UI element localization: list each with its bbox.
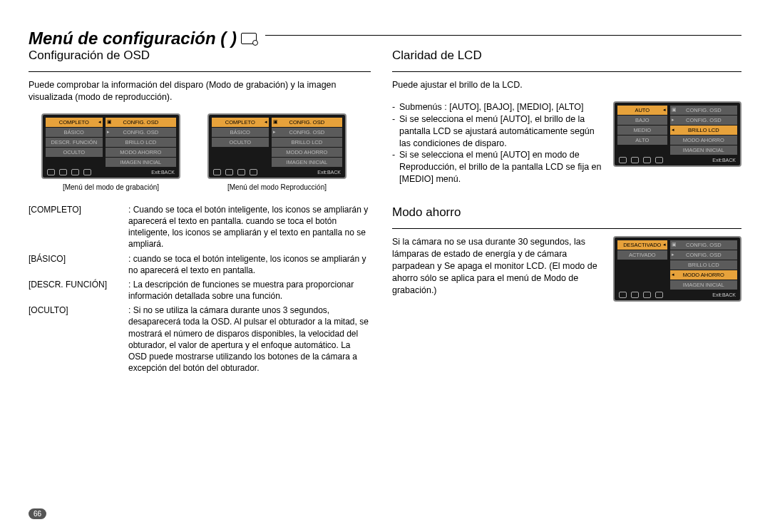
section-heading-powersave: Modo ahorro	[392, 205, 741, 221]
footer-icon	[631, 157, 639, 163]
menu-item: BÁSICO	[212, 128, 269, 137]
menu-exit: Exit:BACK	[712, 292, 736, 297]
menu-item: ▸CONFIG. OSD	[670, 250, 737, 260]
menu-item: ALTO	[617, 135, 667, 145]
powersave-body: Si la cámara no se usa durante 30 segund…	[392, 236, 603, 296]
menu-item: ▣CONFIG. OSD	[106, 118, 176, 127]
camera-menu-recording: COMPLETO◂ BÁSICO DESCR. FUNCIÓN OCULTO ▣…	[41, 113, 180, 191]
column-left: Configuración de OSD Puede comprobar la …	[29, 48, 371, 377]
title-rule	[265, 35, 741, 36]
section-heading-osd: Configuración de OSD	[29, 48, 371, 64]
menu-item: ▸CONFIG. OSD	[106, 128, 176, 137]
menu-item: COMPLETO◂	[46, 118, 103, 127]
desc-term: [COMPLETO]	[29, 204, 128, 250]
settings-icon	[241, 33, 257, 44]
menu-item: ◂MODO AHORRO	[670, 270, 737, 280]
desc-term: [OCULTO]	[29, 305, 128, 374]
desc-body: : Si no se utiliza la cámara durante uno…	[128, 305, 371, 374]
lcd-intro: Puede ajustar el brillo de la LCD.	[392, 79, 741, 91]
menu-item: MODO AHORRO	[106, 148, 176, 157]
menu-item: ▣CONFIG. OSD	[272, 118, 342, 127]
menu-item: IMAGEN INICIAL	[106, 158, 176, 167]
menu-item: OCULTO	[212, 138, 269, 147]
footer-icon	[643, 157, 651, 163]
section-rule	[392, 71, 741, 72]
menu-item: OCULTO	[46, 148, 103, 157]
page-number: 66	[29, 508, 46, 519]
camera-menu-powersave: DESACTIVADO◂ ACTIVADO ▣CONFIG. OSD ▸CONF…	[613, 236, 741, 302]
desc-term: [DESCR. FUNCIÓN]	[29, 279, 128, 302]
menu-item: BAJO	[617, 116, 667, 125]
desc-term: [BÁSICO]	[29, 253, 128, 276]
menu-item: IMAGEN INICIAL	[670, 145, 737, 155]
footer-icon	[237, 169, 245, 175]
menu-caption: [Menú del modo Reproducción]	[227, 183, 327, 191]
footer-icon	[631, 292, 639, 298]
menu-exit: Exit:BACK	[151, 170, 175, 175]
menu-exit: Exit:BACK	[712, 158, 736, 163]
footer-icon	[83, 169, 91, 175]
footer-icon	[47, 169, 55, 175]
footer-icon	[655, 292, 663, 298]
description-list: [COMPLETO] : Cuando se toca el botón int…	[29, 204, 371, 374]
menu-item: IMAGEN INICIAL	[272, 158, 342, 167]
menu-item: MODO AHORRO	[670, 135, 737, 145]
menu-item: ▸CONFIG. OSD	[670, 116, 737, 125]
section-heading-lcd: Claridad de LCD	[392, 48, 741, 64]
menu-item: ▣CONFIG. OSD	[670, 240, 737, 250]
lcd-bullets: -Submenús : [AUTO], [BAJO], [MEDIO], [AL…	[392, 101, 603, 185]
footer-icon	[619, 292, 627, 298]
section-rule	[392, 228, 741, 229]
page-title-text: Menú de configuración ( )	[29, 29, 237, 48]
footer-icon	[59, 169, 67, 175]
menu-item: ACTIVADO	[617, 250, 667, 260]
column-right: Claridad de LCD Puede ajustar el brillo …	[392, 48, 741, 377]
footer-icon	[213, 169, 221, 175]
menu-item: IMAGEN INICIAL	[670, 280, 737, 290]
menu-item: BRILLO LCD	[272, 138, 342, 147]
menu-exit: Exit:BACK	[317, 170, 341, 175]
menu-item: DESCR. FUNCIÓN	[46, 138, 103, 147]
menu-item: ▸CONFIG. OSD	[272, 128, 342, 137]
footer-icon	[643, 292, 651, 298]
desc-body: : cuando se toca el botón inteligente, l…	[128, 253, 371, 276]
menu-item: BRILLO LCD	[670, 260, 737, 270]
menu-item: DESACTIVADO◂	[617, 240, 667, 250]
menu-item: ▣CONFIG. OSD	[670, 106, 737, 115]
desc-body: : Cuando se toca el botón inteligente, l…	[128, 204, 371, 250]
footer-icon	[619, 157, 627, 163]
menu-item: COMPLETO◂	[212, 118, 269, 127]
footer-icon	[71, 169, 79, 175]
menu-item: MEDIO	[617, 126, 667, 135]
menu-item: MODO AHORRO	[272, 148, 342, 157]
footer-icon	[250, 169, 257, 175]
desc-body: : La descripción de funciones se muestra…	[128, 279, 371, 302]
menu-item: AUTO◂	[617, 106, 667, 115]
osd-intro: Puede comprobar la información del dispa…	[29, 79, 371, 103]
footer-icon	[655, 157, 663, 163]
camera-menu-playback: COMPLETO◂ BÁSICO OCULTO ▣CONFIG. OSD ▸CO…	[207, 113, 346, 191]
menu-item: ◂BRILLO LCD	[670, 126, 737, 135]
footer-icon	[225, 169, 233, 175]
menu-item: BÁSICO	[46, 128, 103, 137]
section-rule	[29, 71, 371, 72]
camera-menu-lcd: AUTO◂ BAJO MEDIO ALTO ▣CONFIG. OSD ▸CONF…	[613, 101, 741, 167]
menu-caption: [Menú del modo de grabación]	[63, 183, 159, 191]
page-title: Menú de configuración ( )	[29, 29, 257, 48]
menu-item: BRILLO LCD	[106, 138, 176, 147]
